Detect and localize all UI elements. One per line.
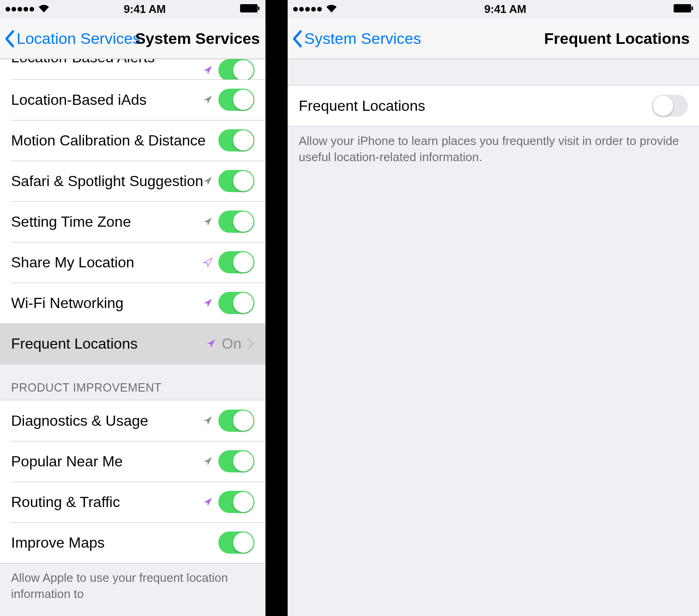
row-accessories <box>203 292 254 314</box>
section-product-improvement: Diagnostics & UsagePopular Near MeRoutin… <box>0 400 265 563</box>
row-label: Share My Location <box>11 254 203 271</box>
row-accessories <box>218 129 254 151</box>
back-label: System Services <box>304 30 421 48</box>
toggle-switch[interactable] <box>218 491 254 513</box>
row-value: On <box>222 335 241 352</box>
row-label: Routing & Traffic <box>11 494 203 511</box>
row-accessories <box>203 410 254 432</box>
row-frequent-locations-toggle[interactable]: Frequent Locations <box>288 85 699 126</box>
status-time: 9:41 AM <box>124 3 166 16</box>
toggle-switch[interactable] <box>218 211 254 233</box>
status-right <box>673 3 693 16</box>
settings-row[interactable]: Location-Based iAds <box>0 79 265 120</box>
toggle-switch[interactable] <box>218 129 254 151</box>
row-accessories <box>203 491 254 513</box>
toggle-switch[interactable] <box>218 170 254 192</box>
toggle-switch[interactable] <box>218 292 254 314</box>
toggle-switch[interactable] <box>218 410 254 432</box>
settings-list[interactable]: Location-Based AlertsLocation-Based iAds… <box>0 59 265 616</box>
svg-rect-0 <box>240 4 258 12</box>
row-label: Wi-Fi Networking <box>11 295 203 312</box>
location-arrow-icon <box>203 176 213 186</box>
settings-row[interactable]: Popular Near Me <box>0 441 265 482</box>
row-label: Location-Based Alerts <box>11 59 203 66</box>
row-label: Setting Time Zone <box>11 213 203 230</box>
phone-screen-left: 9:41 AM Location Services System Service… <box>0 0 265 616</box>
row-label: Frequent Locations <box>299 97 652 115</box>
row-accessories <box>652 95 688 117</box>
settings-row[interactable]: Safari & Spotlight Suggestions <box>0 161 265 201</box>
status-bar: 9:41 AM <box>288 0 699 18</box>
settings-row[interactable]: Diagnostics & Usage <box>0 400 265 441</box>
back-button[interactable]: Location Services <box>4 30 140 48</box>
svg-rect-2 <box>674 4 691 12</box>
section-header-product-improvement: PRODUCT IMPROVEMENT <box>0 364 265 400</box>
battery-icon <box>240 3 260 16</box>
settings-row[interactable]: Share My Location <box>0 242 265 283</box>
status-right <box>240 3 260 16</box>
back-label: Location Services <box>17 30 140 48</box>
settings-row[interactable]: Location-Based Alerts <box>0 59 265 79</box>
location-arrow-icon <box>203 95 213 105</box>
chevron-right-icon <box>247 338 254 350</box>
settings-row[interactable]: Improve Maps <box>0 522 265 563</box>
toggle-switch[interactable] <box>218 251 254 273</box>
settings-row[interactable]: Routing & Traffic <box>0 482 265 522</box>
chevron-left-icon <box>291 30 303 48</box>
wifi-icon <box>38 3 50 16</box>
signal-dots-icon <box>6 7 34 12</box>
location-arrow-icon <box>203 456 213 466</box>
row-accessories <box>203 89 254 111</box>
row-frequent-locations[interactable]: Frequent Locations On <box>0 323 265 364</box>
toggle-switch[interactable] <box>218 531 254 554</box>
page-title: System Services <box>135 30 260 48</box>
svg-rect-3 <box>692 6 693 10</box>
status-bar: 9:41 AM <box>0 0 265 18</box>
settings-row[interactable]: Wi-Fi Networking <box>0 283 265 323</box>
section-system-services: Location-Based AlertsLocation-Based iAds… <box>0 59 265 364</box>
row-accessories <box>203 59 254 81</box>
chevron-left-icon <box>4 30 16 48</box>
location-arrow-icon <box>203 257 213 267</box>
location-arrow-icon <box>203 65 213 75</box>
nav-bar: Location Services System Services <box>0 18 265 59</box>
toggle-frequent-locations[interactable] <box>652 95 688 117</box>
location-arrow-icon <box>203 298 213 308</box>
location-arrow-icon <box>203 416 213 426</box>
location-arrow-icon <box>206 338 216 349</box>
svg-rect-1 <box>258 6 259 10</box>
settings-row[interactable]: Setting Time Zone <box>0 201 265 242</box>
status-left <box>6 3 50 16</box>
nav-bar: System Services Frequent Locations <box>288 18 699 59</box>
row-accessories <box>203 251 254 273</box>
status-left <box>293 3 337 16</box>
section-frequent-locations: Frequent Locations <box>288 85 699 127</box>
settings-list[interactable]: Frequent Locations Allow your iPhone to … <box>288 59 699 616</box>
row-accessories <box>203 170 254 192</box>
settings-row[interactable]: Motion Calibration & Distance <box>0 120 265 161</box>
row-accessories <box>218 531 254 554</box>
footer-text: Allow your iPhone to learn places you fr… <box>288 127 699 165</box>
signal-dots-icon <box>293 7 322 12</box>
toggle-switch[interactable] <box>218 59 254 81</box>
row-label: Diagnostics & Usage <box>11 412 203 429</box>
row-label: Safari & Spotlight Suggestions <box>11 173 203 190</box>
phone-screen-right: 9:41 AM System Services Frequent Locatio… <box>288 0 699 616</box>
page-title: Frequent Locations <box>544 30 690 48</box>
row-accessories: On <box>206 335 254 352</box>
row-accessories <box>203 450 254 472</box>
row-label: Frequent Locations <box>11 335 206 352</box>
wifi-icon <box>325 3 337 16</box>
row-label: Improve Maps <box>11 534 218 551</box>
toggle-switch[interactable] <box>218 89 254 111</box>
toggle-switch[interactable] <box>218 450 254 472</box>
row-accessories <box>203 211 254 233</box>
status-time: 9:41 AM <box>484 3 526 16</box>
footer-text: Allow Apple to use your frequent locatio… <box>0 563 265 602</box>
row-label: Motion Calibration & Distance <box>11 132 218 149</box>
row-label: Location-Based iAds <box>11 91 203 109</box>
row-label: Popular Near Me <box>11 453 203 470</box>
location-arrow-icon <box>203 497 213 507</box>
back-button[interactable]: System Services <box>291 30 421 48</box>
location-arrow-icon <box>203 217 213 227</box>
